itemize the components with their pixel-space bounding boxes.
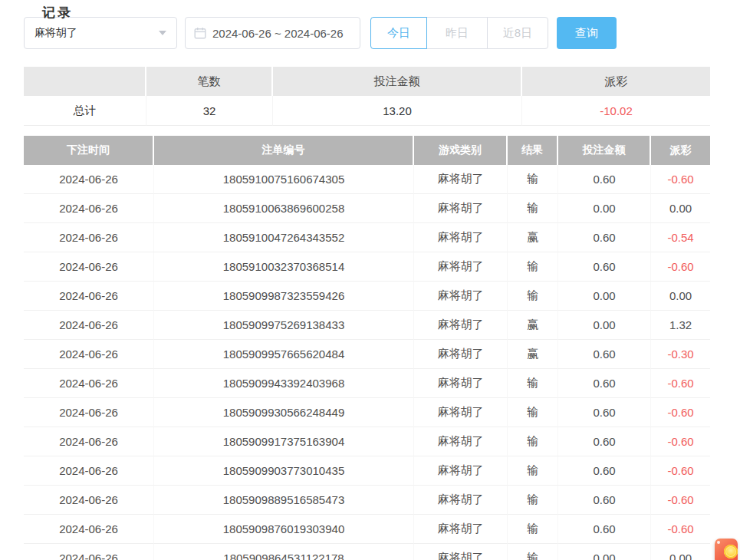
cell-payout: -0.30 bbox=[651, 340, 710, 369]
cell-result: 输 bbox=[508, 544, 558, 560]
cell-order-number: 1805909876019303940 bbox=[154, 515, 414, 544]
cell-game-type: 麻将胡了 bbox=[414, 194, 508, 223]
cell-order-number: 1805909864531122178 bbox=[154, 544, 414, 560]
cell-bet-amount: 0.60 bbox=[558, 398, 651, 427]
cell-bet-amount: 0.00 bbox=[558, 544, 651, 560]
table-row: 2024-06-261805909864531122178麻将胡了输0.000.… bbox=[24, 544, 710, 560]
header-game-type: 游戏类别 bbox=[414, 136, 508, 165]
quick-range-last8days-button[interactable]: 近8日 bbox=[487, 17, 548, 49]
cell-game-type: 麻将胡了 bbox=[414, 486, 508, 515]
table-row: 2024-06-261805909957665620484麻将胡了赢0.60-0… bbox=[24, 340, 710, 369]
red-envelope-icon[interactable] bbox=[715, 539, 738, 560]
cell-payout: 0.00 bbox=[651, 194, 710, 223]
bet-table-header-row: 下注时间 注单编号 游戏类别 结果 投注金额 派彩 bbox=[24, 136, 710, 165]
cell-order-number: 1805910075160674305 bbox=[154, 165, 414, 194]
date-range-input[interactable]: 2024-06-26 ~ 2024-06-26 bbox=[185, 17, 360, 49]
table-row: 2024-06-261805909876019303940麻将胡了输0.60-0… bbox=[24, 515, 710, 544]
summary-table: 笔数 投注金额 派彩 总计 32 13.20 -10.02 bbox=[24, 67, 710, 126]
cell-payout: -0.54 bbox=[651, 223, 710, 252]
cell-payout: -0.60 bbox=[651, 252, 710, 282]
cell-order-number: 1805909930566248449 bbox=[154, 398, 414, 427]
game-type-select[interactable]: 麻将胡了 bbox=[24, 17, 177, 49]
cell-game-type: 麻将胡了 bbox=[414, 369, 508, 398]
cell-result: 输 bbox=[508, 515, 558, 544]
cell-result: 输 bbox=[508, 398, 558, 427]
summary-header-bet-amount: 投注金额 bbox=[273, 67, 522, 96]
cell-bet-amount: 0.60 bbox=[558, 427, 651, 456]
cell-bet-amount: 0.60 bbox=[558, 515, 651, 544]
table-row: 2024-06-261805910075160674305麻将胡了输0.60-0… bbox=[24, 165, 710, 194]
summary-header-payout: 派彩 bbox=[522, 67, 710, 96]
cell-bet-time: 2024-06-26 bbox=[24, 340, 154, 369]
cell-result: 输 bbox=[508, 165, 558, 194]
chevron-down-icon bbox=[159, 31, 166, 35]
table-row: 2024-06-261805910047264343552麻将胡了赢0.60-0… bbox=[24, 223, 710, 252]
cell-game-type: 麻将胡了 bbox=[414, 282, 508, 311]
cell-game-type: 麻将胡了 bbox=[414, 165, 508, 194]
cell-game-type: 麻将胡了 bbox=[414, 252, 508, 282]
cell-order-number: 1805909943392403968 bbox=[154, 369, 414, 398]
cell-result: 输 bbox=[508, 369, 558, 398]
cell-result: 赢 bbox=[508, 223, 558, 252]
cell-bet-time: 2024-06-26 bbox=[24, 165, 154, 194]
records-page: 记录 麻将胡了 2024-06-26 ~ 2024-06-26 今日 昨日 近8… bbox=[24, 17, 710, 560]
cell-payout: -0.60 bbox=[651, 398, 710, 427]
cell-bet-amount: 0.00 bbox=[558, 194, 651, 223]
cell-payout: 0.00 bbox=[651, 544, 710, 560]
cell-order-number: 1805909987323559426 bbox=[154, 282, 414, 311]
cell-bet-time: 2024-06-26 bbox=[24, 311, 154, 340]
table-row: 2024-06-261805909987323559426麻将胡了输0.000.… bbox=[24, 282, 710, 311]
table-row: 2024-06-261805910063869600258麻将胡了输0.000.… bbox=[24, 194, 710, 223]
cell-result: 输 bbox=[508, 282, 558, 311]
cell-result: 赢 bbox=[508, 311, 558, 340]
cell-bet-amount: 0.60 bbox=[558, 252, 651, 282]
cell-order-number: 1805910047264343552 bbox=[154, 223, 414, 252]
cell-order-number: 1805909975269138433 bbox=[154, 311, 414, 340]
cell-result: 输 bbox=[508, 252, 558, 282]
summary-total-bet-amount: 13.20 bbox=[273, 96, 522, 126]
header-result: 结果 bbox=[508, 136, 558, 165]
cell-payout: -0.60 bbox=[651, 369, 710, 398]
cell-game-type: 麻将胡了 bbox=[414, 515, 508, 544]
cell-bet-amount: 0.00 bbox=[558, 311, 651, 340]
cell-bet-time: 2024-06-26 bbox=[24, 515, 154, 544]
summary-header-blank bbox=[24, 67, 146, 96]
quick-range-today-button[interactable]: 今日 bbox=[370, 17, 427, 49]
cell-payout: -0.60 bbox=[651, 515, 710, 544]
query-button[interactable]: 查询 bbox=[557, 17, 617, 49]
header-order-number: 注单编号 bbox=[154, 136, 414, 165]
bet-table-body: 2024-06-261805910075160674305麻将胡了输0.60-0… bbox=[24, 165, 710, 560]
cell-bet-time: 2024-06-26 bbox=[24, 223, 154, 252]
cell-game-type: 麻将胡了 bbox=[414, 398, 508, 427]
cell-payout: -0.60 bbox=[651, 456, 710, 486]
table-row: 2024-06-261805909930566248449麻将胡了输0.60-0… bbox=[24, 398, 710, 427]
cell-bet-time: 2024-06-26 bbox=[24, 398, 154, 427]
cell-order-number: 1805910063869600258 bbox=[154, 194, 414, 223]
cell-game-type: 麻将胡了 bbox=[414, 456, 508, 486]
cell-result: 输 bbox=[508, 194, 558, 223]
cell-bet-amount: 0.60 bbox=[558, 486, 651, 515]
cell-payout: -0.60 bbox=[651, 165, 710, 194]
summary-total-label: 总计 bbox=[24, 96, 146, 126]
table-row: 2024-06-261805909975269138433麻将胡了赢0.001.… bbox=[24, 311, 710, 340]
cell-bet-amount: 0.60 bbox=[558, 165, 651, 194]
cell-bet-time: 2024-06-26 bbox=[24, 282, 154, 311]
cell-payout: -0.60 bbox=[651, 427, 710, 456]
cell-payout: 1.32 bbox=[651, 311, 710, 340]
cell-bet-time: 2024-06-26 bbox=[24, 456, 154, 486]
header-bet-time: 下注时间 bbox=[24, 136, 154, 165]
bet-records-table: 下注时间 注单编号 游戏类别 结果 投注金额 派彩 2024-06-261805… bbox=[24, 136, 710, 560]
cell-game-type: 麻将胡了 bbox=[414, 340, 508, 369]
cell-game-type: 麻将胡了 bbox=[414, 427, 508, 456]
summary-header-count: 笔数 bbox=[146, 67, 273, 96]
table-row: 2024-06-261805909903773010435麻将胡了输0.60-0… bbox=[24, 456, 710, 486]
cell-bet-time: 2024-06-26 bbox=[24, 252, 154, 282]
table-row: 2024-06-261805910032370368514麻将胡了输0.60-0… bbox=[24, 252, 710, 282]
cell-order-number: 1805909889516585473 bbox=[154, 486, 414, 515]
cell-result: 赢 bbox=[508, 340, 558, 369]
summary-header-row: 笔数 投注金额 派彩 bbox=[24, 67, 710, 96]
quick-range-yesterday-button[interactable]: 昨日 bbox=[426, 17, 488, 49]
cell-bet-time: 2024-06-26 bbox=[24, 194, 154, 223]
gold-coin-icon bbox=[724, 545, 738, 558]
summary-total-row: 总计 32 13.20 -10.02 bbox=[24, 96, 710, 126]
